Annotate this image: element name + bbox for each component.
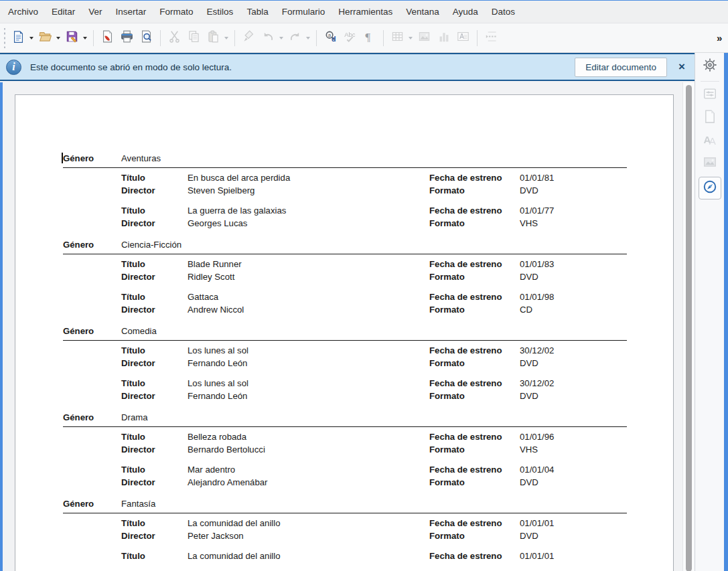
toolbar-overflow-icon[interactable]: » [717, 32, 721, 44]
genre-label: Género [63, 497, 121, 510]
sidebar-navigator-button[interactable] [699, 177, 721, 199]
format-value: CD [520, 304, 627, 317]
menu-item-datos[interactable]: Datos [485, 1, 522, 23]
title-value: Mar adentro [188, 464, 429, 477]
genre-rule [63, 513, 627, 513]
sidebar-settings-button[interactable] [699, 57, 721, 76]
genre-value: Comedia [121, 325, 157, 337]
director-value: Andrew Niccol [188, 304, 429, 317]
title-value: Belleza robada [188, 431, 429, 444]
genre-value: Aventuras [121, 152, 161, 165]
svg-text:Abc: Abc [344, 31, 356, 38]
export-pdf-button[interactable] [98, 29, 117, 47]
movie-entry: TítuloBelleza robadaFecha de estreno01/0… [121, 431, 627, 456]
director-value: Bernardo Bertolucci [188, 444, 429, 457]
sidebar-page-button[interactable] [699, 108, 721, 127]
menu-item-ver[interactable]: Ver [82, 1, 108, 23]
movie-entry: TítuloLos lunes al solFecha de estreno30… [121, 345, 627, 370]
genre-header-row: GéneroAventuras [63, 152, 627, 165]
menu-item-formato[interactable]: Formato [153, 1, 200, 23]
release-value: 01/01/81 [520, 172, 627, 185]
new-document-button-dropdown[interactable] [28, 29, 35, 47]
cut-button [165, 29, 184, 47]
report-content: GéneroAventurasTítuloEn busca del arca p… [63, 152, 627, 571]
readonly-infobar: i Este documento se abrió en modo de sol… [0, 53, 695, 81]
genre-label: Género [63, 152, 121, 165]
redo-button-dropdown [305, 29, 311, 47]
title-label: Título [121, 205, 188, 218]
find-icon: ad [324, 30, 337, 46]
menu-item-archivo[interactable]: Archivo [1, 1, 45, 23]
insert-chart-button [435, 29, 453, 47]
title-label: Título [121, 172, 188, 185]
table-icon [391, 30, 404, 46]
genre-section: GéneroDramaTítuloBelleza robadaFecha de … [63, 411, 627, 489]
open-button-dropdown[interactable] [55, 29, 62, 47]
format-value: DVD [520, 185, 627, 197]
sidebar-styles-button[interactable]: AA [699, 131, 721, 150]
document-page[interactable]: GéneroAventurasTítuloEn busca del arca p… [15, 94, 674, 571]
format-value: VHS [520, 218, 627, 230]
paste-icon [207, 30, 220, 46]
title-value: La comunidad del anillo [188, 550, 429, 563]
release-label: Fecha de estreno [429, 517, 520, 530]
svg-text:A: A [709, 135, 716, 147]
sidebar-properties-button[interactable] [699, 86, 721, 104]
clone-formatting-button [240, 29, 258, 47]
copy-icon [188, 30, 200, 46]
save-button[interactable] [63, 29, 81, 47]
infobar-close-icon[interactable]: × [678, 60, 685, 74]
print-icon [121, 30, 133, 46]
pagebreak-icon [485, 30, 498, 46]
format-label: Formato [429, 304, 520, 317]
menu-item-ayuda[interactable]: Ayuda [446, 1, 485, 23]
title-label: Título [121, 258, 188, 271]
menu-item-ventana[interactable]: Ventana [399, 1, 446, 23]
genre-header-row: GéneroCiencia-Ficción [63, 238, 627, 251]
sidebar-gallery-button[interactable] [699, 154, 721, 173]
release-label: Fecha de estreno [429, 205, 520, 218]
movie-entry: TítuloGattacaFecha de estreno01/01/98Dir… [121, 291, 627, 316]
genre-label: Género [63, 325, 121, 337]
toolbar-drag-handle[interactable] [2, 28, 7, 48]
title-label: Título [121, 378, 188, 390]
menu-item-tabla[interactable]: Tabla [240, 1, 275, 23]
genre-section: GéneroFantasíaTítuloLa comunidad del ani… [63, 497, 627, 563]
chevron-down-icon [306, 37, 310, 39]
find-replace-button[interactable]: ad [321, 29, 340, 47]
toolbar-separator [160, 30, 161, 46]
pagedeck-icon [703, 109, 717, 127]
director-value: Fernando León [188, 357, 429, 370]
print-button[interactable] [118, 29, 136, 47]
title-value: La comunidad del anillo [188, 517, 429, 530]
new-doc-icon [12, 30, 25, 46]
formatting-marks-button[interactable]: ¶ [360, 29, 378, 47]
format-value: DVD [520, 530, 627, 543]
menu-item-estilos[interactable]: Estilos [200, 1, 240, 23]
vertical-scrollbar[interactable] [682, 82, 695, 571]
menu-item-formulario[interactable]: Formulario [275, 1, 332, 23]
redo-button [286, 29, 304, 47]
gallery-icon [703, 155, 717, 172]
chevron-down-icon [56, 37, 60, 39]
genre-value: Ciencia-Ficción [121, 238, 181, 251]
menu-item-insertar[interactable]: Insertar [109, 1, 153, 23]
movie-entry: TítuloLa comunidad del anilloFecha de es… [121, 550, 627, 563]
genre-header-row: GéneroComedia [63, 325, 627, 337]
open-button[interactable] [36, 29, 54, 47]
director-value: Peter Jackson [188, 530, 429, 543]
save-button-dropdown[interactable] [82, 29, 88, 47]
format-label: Formato [429, 390, 520, 403]
infobar-message: Este documento se abrió en modo de solo … [30, 62, 575, 72]
format-value: DVD [520, 390, 627, 403]
save-icon [66, 30, 78, 46]
menu-item-herramientas[interactable]: Herramientas [332, 1, 399, 23]
pilcrow-icon: ¶ [363, 30, 376, 46]
genre-label: Género [63, 411, 121, 424]
scrollbar-thumb[interactable] [686, 85, 692, 571]
edit-document-button[interactable]: Editar documento [575, 58, 667, 77]
new-document-button[interactable] [9, 29, 27, 47]
compass-icon [703, 179, 717, 197]
menu-item-editar[interactable]: Editar [45, 1, 82, 23]
print-preview-button[interactable] [137, 29, 155, 47]
